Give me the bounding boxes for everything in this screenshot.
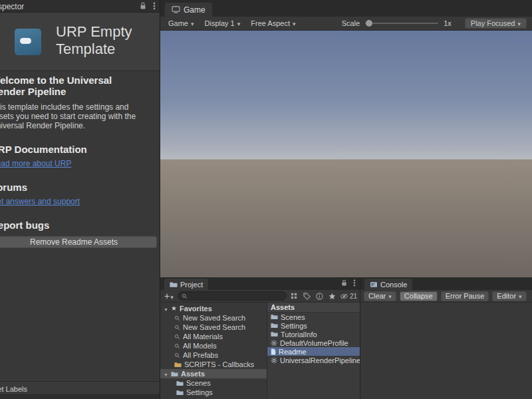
console-icon xyxy=(370,281,378,288)
error-pause-toggle[interactable]: Error Pause xyxy=(441,291,489,301)
welcome-paragraph: This template includes the settings and … xyxy=(0,102,148,130)
file-row-tutorialinfo[interactable]: TutorialInfo xyxy=(267,330,360,338)
chevron-down-icon xyxy=(237,19,241,27)
tab-project-label: Project xyxy=(180,281,203,289)
aspect-ratio-dropdown[interactable]: Free Aspect xyxy=(248,18,301,29)
folder-icon xyxy=(171,371,178,377)
tree-item-scenes[interactable]: Scenes xyxy=(160,378,267,388)
project-body: ★ Favorites New Saved Search New Saved S… xyxy=(160,303,360,399)
link-read-more-urp[interactable]: Read more about URP xyxy=(0,159,160,168)
game-view-dropdown-label: Game xyxy=(168,19,188,27)
tree-item-label: All Models xyxy=(183,342,217,350)
chevron-down-icon xyxy=(388,292,392,300)
folder-icon xyxy=(176,380,184,386)
tree-item-label: Scenes xyxy=(186,379,211,387)
chevron-down-icon xyxy=(191,19,194,27)
scale-slider-knob[interactable] xyxy=(366,20,372,27)
file-row-settings[interactable]: Settings xyxy=(267,321,360,330)
file-name: UniversalRenderPipeline xyxy=(280,356,360,364)
tab-game[interactable]: Game xyxy=(165,3,212,17)
save-search-star-icon[interactable] xyxy=(327,291,337,301)
readme-asset-title: URP Empty Template xyxy=(56,23,156,58)
game-viewport[interactable] xyxy=(160,31,532,277)
tree-item-saved-search[interactable]: New Saved Search xyxy=(160,313,267,323)
file-row-scenes[interactable]: Scenes xyxy=(267,313,360,321)
tree-item-saved-search[interactable]: New Saved Search xyxy=(160,323,267,332)
kebab-menu-icon[interactable] xyxy=(153,2,156,10)
file-name: Settings xyxy=(281,322,307,330)
link-get-answers[interactable]: Get answers and support xyxy=(0,197,160,206)
tree-item-scripts-callbacks[interactable]: SCRIPTS - Callbacks xyxy=(160,360,267,369)
foldout-open-icon[interactable] xyxy=(164,370,168,378)
play-focused-dropdown[interactable]: Play Focused xyxy=(465,18,527,29)
pipeline-settings-icon xyxy=(271,357,277,364)
inspector-panel: Inspector URP Empty Template Welcome to … xyxy=(0,0,160,399)
saved-folder-icon xyxy=(174,362,182,368)
tab-console[interactable]: Console xyxy=(364,279,412,290)
tree-item-settings[interactable]: Settings xyxy=(160,388,267,397)
error-pause-label: Error Pause xyxy=(446,292,485,300)
favorites-star-icon: ★ xyxy=(171,305,177,312)
file-list-header: Assets xyxy=(267,303,360,313)
tab-project[interactable]: Project xyxy=(164,279,208,290)
folder-icon xyxy=(170,281,178,288)
display-dropdown[interactable]: Display 1 xyxy=(202,18,246,29)
clear-button-label: Clear xyxy=(368,292,386,300)
play-focused-label: Play Focused xyxy=(471,19,515,27)
tree-favorites-header[interactable]: ★ Favorites xyxy=(160,304,267,313)
collapse-toggle[interactable]: Collapse xyxy=(400,291,438,301)
tree-item-label: Assets xyxy=(181,370,205,378)
info-icon[interactable] xyxy=(315,291,325,301)
file-row-universalrenderpipeline[interactable]: UniversalRenderPipeline xyxy=(267,356,360,364)
search-icon xyxy=(174,315,180,321)
readme-doc-icon xyxy=(271,348,276,355)
hidden-packages-count[interactable]: 21 xyxy=(340,293,357,300)
console-toolbar: Clear Collapse Error Pause Editor xyxy=(360,290,532,303)
project-search-input[interactable] xyxy=(190,293,283,300)
project-tree: ★ Favorites New Saved Search New Saved S… xyxy=(160,303,267,399)
section-heading-forums: Forums xyxy=(0,182,160,193)
foldout-open-icon[interactable] xyxy=(164,305,168,313)
tree-item-all-prefabs[interactable]: All Prefabs xyxy=(160,350,267,360)
editor-dropdown[interactable]: Editor xyxy=(492,291,526,301)
tree-item-all-materials[interactable]: All Materials xyxy=(160,332,267,341)
search-icon xyxy=(174,334,180,340)
scale-slider[interactable] xyxy=(365,23,438,24)
asset-bundle-bar xyxy=(0,394,160,399)
section-heading-documentation: URP Documentation xyxy=(0,144,160,155)
game-panel: Game Game Display 1 Free Aspect Scale 1x… xyxy=(160,0,532,277)
game-tabstrip: Game xyxy=(160,0,532,17)
project-panel: Project xyxy=(160,277,360,399)
project-toolbar: 21 xyxy=(160,290,360,303)
clear-button[interactable]: Clear xyxy=(364,291,396,301)
tab-console-label: Console xyxy=(380,281,407,289)
search-by-type-icon[interactable] xyxy=(289,291,299,301)
tree-item-label: New Saved Search xyxy=(183,323,245,331)
tree-item-label: SCRIPTS - Callbacks xyxy=(184,360,254,368)
console-log-area[interactable] xyxy=(360,303,532,399)
chevron-down-icon xyxy=(293,19,296,27)
kebab-menu-icon[interactable] xyxy=(353,279,356,287)
tree-item-all-models[interactable]: All Models xyxy=(160,341,267,350)
tree-assets-root[interactable]: Assets xyxy=(160,369,267,378)
project-search-field[interactable] xyxy=(178,291,287,301)
file-name: Scenes xyxy=(281,313,305,321)
game-view-dropdown[interactable]: Game xyxy=(166,18,200,29)
asset-labels-label[interactable]: Asset Labels xyxy=(0,385,27,393)
scale-control: Scale 1x xyxy=(342,19,452,27)
file-name: TutorialInfo xyxy=(281,331,317,338)
scale-value: 1x xyxy=(444,19,452,27)
tree-item-label: Settings xyxy=(186,388,213,396)
lock-icon[interactable] xyxy=(140,2,146,10)
search-by-label-icon[interactable] xyxy=(302,291,312,301)
inspector-footer: Asset Labels xyxy=(0,381,160,399)
create-asset-button[interactable] xyxy=(163,290,175,302)
display-dropdown-label: Display 1 xyxy=(205,19,235,27)
inspector-tab[interactable]: Inspector xyxy=(0,2,24,11)
remove-readme-assets-button[interactable]: Remove Readme Assets xyxy=(0,236,157,248)
file-row-defaultvolumeprofile[interactable]: DefaultVolumeProfile xyxy=(267,338,360,347)
tab-game-label: Game xyxy=(184,5,205,15)
folder-icon xyxy=(176,390,184,396)
file-row-readme[interactable]: Readme xyxy=(267,347,360,356)
lock-icon[interactable] xyxy=(341,279,347,287)
